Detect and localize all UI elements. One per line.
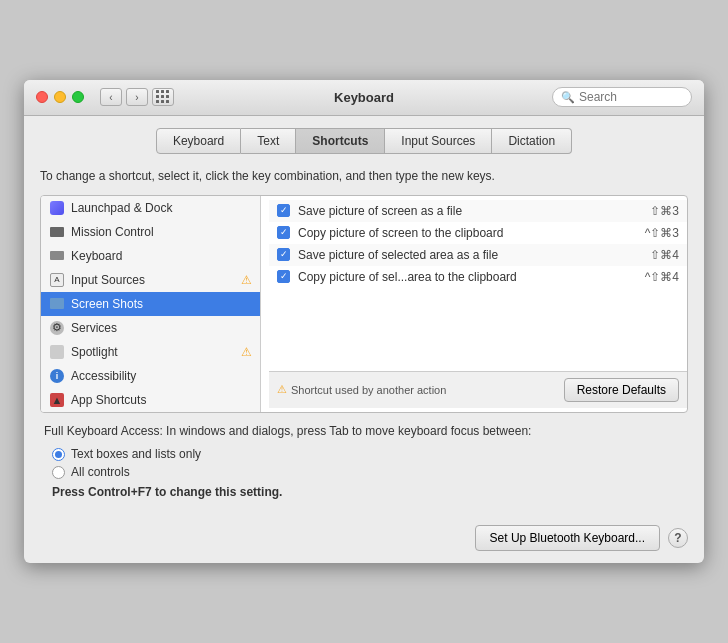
sidebar-label-launchpad: Launchpad & Dock bbox=[71, 201, 172, 215]
checkmark-icon-1: ✓ bbox=[280, 228, 288, 237]
radio-text-boxes[interactable]: Text boxes and lists only bbox=[52, 447, 684, 461]
main-panel: Launchpad & Dock Mission Control Keyboar… bbox=[40, 195, 688, 413]
full-keyboard-access-section: Full Keyboard Access: In windows and dia… bbox=[40, 423, 688, 500]
sidebar-item-app-shortcuts[interactable]: ▲ App Shortcuts bbox=[41, 388, 260, 412]
sidebar-label-app-shortcuts: App Shortcuts bbox=[71, 393, 146, 407]
shortcut-row-3: ✓ Copy picture of sel...area to the clip… bbox=[269, 266, 687, 288]
shortcut-checkbox-2[interactable]: ✓ bbox=[277, 248, 290, 261]
shortcut-keys-3: ^⇧⌘4 bbox=[645, 270, 679, 284]
radio-label-text-boxes: Text boxes and lists only bbox=[71, 447, 201, 461]
keyboard-icon bbox=[49, 248, 65, 264]
tab-text[interactable]: Text bbox=[241, 128, 296, 154]
shortcut-keys-2: ⇧⌘4 bbox=[650, 248, 679, 262]
shortcuts-bottom-bar: ⚠ Shortcut used by another action Restor… bbox=[269, 371, 687, 408]
shortcut-keys-0: ⇧⌘3 bbox=[650, 204, 679, 218]
search-input[interactable] bbox=[579, 90, 683, 104]
restore-defaults-button[interactable]: Restore Defaults bbox=[564, 378, 679, 402]
shortcut-checkbox-1[interactable]: ✓ bbox=[277, 226, 290, 239]
shortcut-desc-1: Copy picture of screen to the clipboard bbox=[298, 226, 637, 240]
sidebar-item-mission-control[interactable]: Mission Control bbox=[41, 220, 260, 244]
shortcut-desc-2: Save picture of selected area as a file bbox=[298, 248, 642, 262]
sidebar-item-services[interactable]: ⚙ Services bbox=[41, 316, 260, 340]
shortcut-keys-1: ^⇧⌘3 bbox=[645, 226, 679, 240]
sidebar-item-spotlight[interactable]: Spotlight ⚠ bbox=[41, 340, 260, 364]
tab-input-sources[interactable]: Input Sources bbox=[385, 128, 492, 154]
traffic-lights bbox=[36, 91, 84, 103]
checkmark-icon-2: ✓ bbox=[280, 250, 288, 259]
radio-all-controls[interactable]: All controls bbox=[52, 465, 684, 479]
sidebar-item-accessibility[interactable]: i Accessibility bbox=[41, 364, 260, 388]
input-sources-icon: A bbox=[49, 272, 65, 288]
warning-note: ⚠ Shortcut used by another action bbox=[277, 383, 556, 396]
sidebar-item-screenshots[interactable]: Screen Shots bbox=[41, 292, 260, 316]
shortcut-checkbox-3[interactable]: ✓ bbox=[277, 270, 290, 283]
shortcut-row-1: ✓ Copy picture of screen to the clipboar… bbox=[269, 222, 687, 244]
forward-button[interactable]: › bbox=[126, 88, 148, 106]
launchpad-icon bbox=[49, 200, 65, 216]
fka-radio-group: Text boxes and lists only All controls bbox=[52, 447, 684, 479]
search-icon: 🔍 bbox=[561, 91, 575, 104]
shortcut-desc-3: Copy picture of sel...area to the clipbo… bbox=[298, 270, 637, 284]
tab-keyboard[interactable]: Keyboard bbox=[156, 128, 241, 154]
screenshots-icon bbox=[49, 296, 65, 312]
sidebar-item-input-sources[interactable]: A Input Sources ⚠ bbox=[41, 268, 260, 292]
spotlight-icon bbox=[49, 344, 65, 360]
tab-dictation[interactable]: Dictation bbox=[492, 128, 572, 154]
warning-text: Shortcut used by another action bbox=[291, 384, 446, 396]
keyboard-preferences-window: ‹ › Keyboard 🔍 Keyboard Text Shortcuts I… bbox=[24, 80, 704, 564]
minimize-button[interactable] bbox=[54, 91, 66, 103]
nav-buttons: ‹ › bbox=[100, 88, 148, 106]
shortcuts-panel: ✓ Save picture of screen as a file ⇧⌘3 ✓… bbox=[269, 196, 687, 412]
sidebar-label-services: Services bbox=[71, 321, 117, 335]
fka-title: Full Keyboard Access: In windows and dia… bbox=[44, 423, 684, 440]
close-button[interactable] bbox=[36, 91, 48, 103]
sidebar-label-mission-control: Mission Control bbox=[71, 225, 154, 239]
sidebar-label-input-sources: Input Sources bbox=[71, 273, 145, 287]
radio-circle-all-controls[interactable] bbox=[52, 466, 65, 479]
sidebar-item-launchpad[interactable]: Launchpad & Dock bbox=[41, 196, 260, 220]
input-sources-warning-icon: ⚠ bbox=[241, 273, 252, 287]
help-button[interactable]: ? bbox=[668, 528, 688, 548]
checkmark-icon-0: ✓ bbox=[280, 206, 288, 215]
sidebar-label-keyboard: Keyboard bbox=[71, 249, 122, 263]
services-icon: ⚙ bbox=[49, 320, 65, 336]
accessibility-icon: i bbox=[49, 368, 65, 384]
grid-button[interactable] bbox=[152, 88, 174, 106]
maximize-button[interactable] bbox=[72, 91, 84, 103]
tab-bar: Keyboard Text Shortcuts Input Sources Di… bbox=[40, 128, 688, 154]
shortcut-row-2: ✓ Save picture of selected area as a fil… bbox=[269, 244, 687, 266]
spotlight-warning-icon: ⚠ bbox=[241, 345, 252, 359]
footer: Set Up Bluetooth Keyboard... ? bbox=[24, 515, 704, 563]
sidebar-item-keyboard[interactable]: Keyboard bbox=[41, 244, 260, 268]
grid-icon bbox=[156, 90, 170, 104]
shortcut-desc-0: Save picture of screen as a file bbox=[298, 204, 642, 218]
titlebar: ‹ › Keyboard 🔍 bbox=[24, 80, 704, 116]
description-text: To change a shortcut, select it, click t… bbox=[40, 168, 688, 185]
bluetooth-keyboard-button[interactable]: Set Up Bluetooth Keyboard... bbox=[475, 525, 660, 551]
shortcut-checkbox-0[interactable]: ✓ bbox=[277, 204, 290, 217]
tab-shortcuts[interactable]: Shortcuts bbox=[296, 128, 385, 154]
radio-circle-text-boxes[interactable] bbox=[52, 448, 65, 461]
sidebar-list: Launchpad & Dock Mission Control Keyboar… bbox=[41, 196, 261, 412]
mission-control-icon bbox=[49, 224, 65, 240]
shortcut-row-0: ✓ Save picture of screen as a file ⇧⌘3 bbox=[269, 200, 687, 222]
sidebar-label-accessibility: Accessibility bbox=[71, 369, 136, 383]
content-area: Keyboard Text Shortcuts Input Sources Di… bbox=[24, 116, 704, 516]
app-shortcuts-icon: ▲ bbox=[49, 392, 65, 408]
search-box[interactable]: 🔍 bbox=[552, 87, 692, 107]
radio-label-all-controls: All controls bbox=[71, 465, 130, 479]
sidebar-label-spotlight: Spotlight bbox=[71, 345, 118, 359]
press-note: Press Control+F7 to change this setting. bbox=[52, 485, 684, 499]
warning-triangle-icon: ⚠ bbox=[277, 383, 287, 396]
checkmark-icon-3: ✓ bbox=[280, 272, 288, 281]
back-button[interactable]: ‹ bbox=[100, 88, 122, 106]
radio-dot-text-boxes bbox=[55, 451, 62, 458]
window-title: Keyboard bbox=[334, 90, 394, 105]
sidebar-label-screenshots: Screen Shots bbox=[71, 297, 143, 311]
